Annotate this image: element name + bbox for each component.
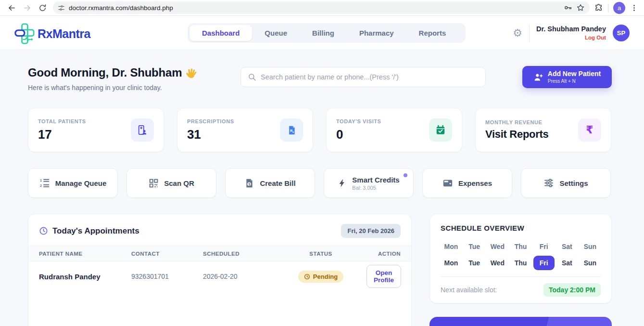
promo-banner[interactable] [429, 317, 612, 326]
gear-icon[interactable]: ⚙ [513, 28, 522, 39]
day-label: Mon [441, 239, 462, 254]
day-label[interactable]: Tue [464, 256, 485, 270]
expenses-button[interactable]: Expenses [422, 168, 512, 198]
greeting-title: Good Morning, Dr. Shubham [28, 66, 182, 79]
stat-card-monthly-revenue[interactable]: MONTHLY REVENUE Visit Reports ₹ [475, 108, 611, 152]
wallet-icon [442, 178, 453, 188]
day-label-active[interactable]: Fri [533, 256, 555, 270]
appointments-title: Today's Appointments [52, 226, 139, 236]
day-label: Sat [556, 239, 578, 254]
waving-hand-icon [185, 65, 199, 80]
col-patient-name: PATIENT NAME [39, 251, 131, 257]
header-divider [529, 25, 530, 42]
stat-label: TODAY'S VISITS [336, 118, 381, 124]
search-input[interactable] [261, 73, 479, 81]
col-contact: CONTACT [131, 251, 203, 257]
clock-icon [39, 226, 48, 235]
browser-reload-button[interactable] [36, 1, 49, 14]
stat-card-total-patients[interactable]: TOTAL PATIENTS 17 [28, 108, 164, 152]
appointment-date: 2026-02-20 [203, 273, 275, 280]
toolbar-divider [608, 4, 608, 12]
extensions-puzzle-icon[interactable] [594, 3, 603, 12]
user-avatar[interactable]: SP [613, 25, 630, 41]
notification-dot [404, 173, 407, 177]
stat-value: 0 [336, 127, 381, 142]
nav-tab-dashboard[interactable]: Dashboard [189, 25, 252, 41]
browser-forward-button[interactable] [20, 1, 34, 14]
day-label[interactable]: Sun [580, 256, 601, 270]
col-status: STATUS [275, 251, 366, 257]
appointments-card: Today's Appointments Fri, 20 Feb 2026 PA… [28, 214, 412, 326]
bookmark-star-icon[interactable] [576, 3, 585, 12]
nav-tab-billing[interactable]: Billing [300, 25, 347, 41]
browser-profile-avatar[interactable]: a [613, 2, 625, 14]
week-row-1: Mon Tue Wed Thu Fri Sat Sun [441, 239, 601, 254]
col-scheduled: SCHEDULED [203, 251, 275, 257]
address-bar[interactable]: doctor.rxmantra.com/dashboard.php [53, 1, 590, 14]
day-label: Tue [464, 239, 485, 254]
day-label: Fri [533, 239, 555, 254]
week-row-2: Mon Tue Wed Thu Fri Sat Sun [441, 256, 601, 270]
patient-search [240, 67, 486, 87]
action-label: Expenses [458, 179, 492, 187]
stat-value: 31 [187, 127, 234, 142]
nav-tab-pharmacy[interactable]: Pharmacy [347, 25, 406, 41]
greeting-block: Good Morning, Dr. Shubham Here is what's… [28, 66, 240, 91]
smart-credits-button[interactable]: Smart Credits Bal: 3,005 [324, 168, 414, 198]
patient-card-icon [131, 118, 154, 142]
stats-row: TOTAL PATIENTS 17 PRESCRIPTIONS 31 [28, 108, 612, 152]
main-nav: Dashboard Queue Billing Pharmacy Reports [188, 23, 466, 43]
settings-button[interactable]: Settings [521, 168, 611, 198]
add-new-patient-button[interactable]: Add New Patient Press Alt + N [522, 66, 612, 88]
browser-toolbar-right: a [594, 2, 639, 14]
appointments-header: Today's Appointments Fri, 20 Feb 2026 [28, 214, 411, 246]
bolt-icon [338, 179, 347, 188]
day-label[interactable]: Mon [441, 256, 462, 270]
day-label[interactable]: Wed [487, 256, 508, 270]
action-label: Smart Credits [352, 176, 399, 184]
browser-menu-icon[interactable] [630, 4, 638, 12]
app-header: RxMantra Dashboard Queue Billing Pharmac… [0, 16, 644, 50]
create-bill-button[interactable]: $ Create Bill [225, 168, 315, 198]
password-key-icon[interactable] [564, 3, 572, 12]
greeting-row: Good Morning, Dr. Shubham Here is what's… [28, 66, 612, 91]
svg-text:$: $ [249, 182, 251, 186]
sliders-icon [543, 178, 554, 188]
day-label[interactable]: Thu [510, 256, 531, 270]
brand-name: RxMantra [38, 27, 90, 41]
back-arrow-icon [7, 3, 16, 13]
bill-icon: $ [244, 178, 254, 188]
nav-tab-reports[interactable]: Reports [406, 25, 459, 41]
stat-label: TOTAL PATIENTS [38, 118, 86, 124]
schedule-divider [441, 276, 601, 277]
status-badge: Pending [298, 271, 343, 283]
action-label: Scan QR [164, 179, 194, 187]
browser-toolbar: doctor.rxmantra.com/dashboard.php a [0, 0, 644, 16]
date-badge: Fri, 20 Feb 2026 [341, 224, 401, 238]
brand-logo[interactable]: RxMantra [14, 23, 90, 45]
browser-back-button[interactable] [5, 1, 18, 14]
user-info: Dr. Shubham Pandey Log Out [536, 25, 606, 41]
stat-card-prescriptions[interactable]: PRESCRIPTIONS 31 R x [177, 108, 313, 152]
right-column: SCHEDULE OVERVIEW Mon Tue Wed Thu Fri Sa… [429, 214, 612, 326]
qr-icon [149, 178, 159, 188]
add-patient-label: Add New Patient [548, 70, 601, 78]
add-patient-shortcut: Press Alt + N [548, 78, 601, 85]
numbered-list-icon: 1 2 [39, 178, 50, 188]
open-profile-button[interactable]: Open Profile [366, 265, 401, 288]
svg-text:2: 2 [40, 183, 42, 188]
nav-tab-queue[interactable]: Queue [252, 25, 300, 41]
quick-actions-row: 1 2 Manage Queue Scan QR $ Create Bill [28, 168, 612, 198]
scan-qr-button[interactable]: Scan QR [126, 168, 216, 198]
site-info-icon[interactable] [58, 4, 65, 12]
schedule-overview-card: SCHEDULE OVERVIEW Mon Tue Wed Thu Fri Sa… [429, 214, 612, 303]
day-label: Thu [510, 239, 531, 254]
manage-queue-button[interactable]: 1 2 Manage Queue [28, 168, 118, 198]
stat-card-todays-visits[interactable]: TODAY'S VISITS 0 [326, 108, 462, 152]
greeting-subtitle: Here is what's happening in your clinic … [28, 84, 240, 91]
day-label[interactable]: Sat [556, 256, 578, 270]
logout-link[interactable]: Log Out [536, 34, 606, 42]
url-text[interactable]: doctor.rxmantra.com/dashboard.php [69, 4, 560, 12]
table-header: PATIENT NAME CONTACT SCHEDULED STATUS AC… [28, 246, 411, 261]
action-label: Manage Queue [55, 179, 107, 187]
